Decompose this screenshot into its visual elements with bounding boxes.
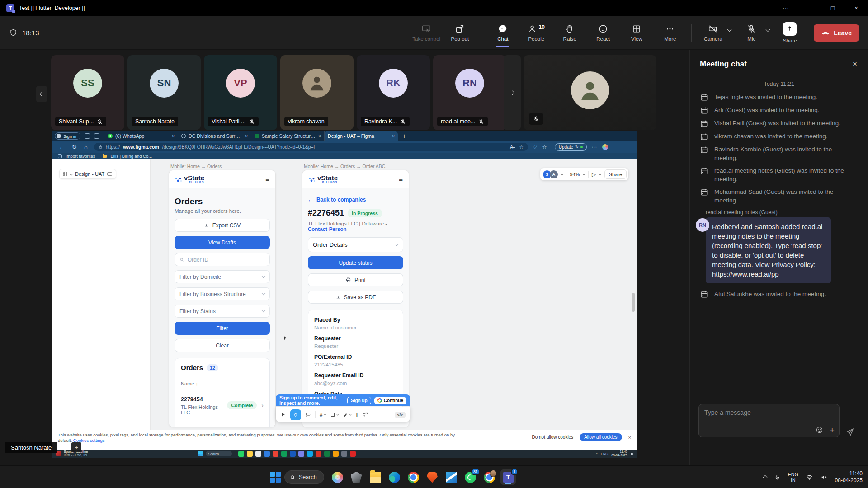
hamburger-menu-icon[interactable]: ≡ [265,175,269,183]
app-icon[interactable] [247,451,253,457]
notification-icon[interactable] [631,453,633,455]
tab-close-icon[interactable]: × [245,134,248,139]
tray-mic-icon[interactable] [774,474,781,481]
browser-tab[interactable]: Design - UAT – Figma × [325,131,398,141]
app-icon[interactable] [238,451,244,457]
order-details-dropdown[interactable]: Order Details [308,237,403,252]
deny-cookies-button[interactable]: Do not allow cookies [532,435,573,440]
participant-tile[interactable]: VP Vishal Patil ... [204,55,277,130]
new-tab-button[interactable]: + [402,132,406,140]
collaborators-chevron-icon[interactable] [561,172,563,175]
resources-tool-icon[interactable] [363,412,368,418]
cookie-close-icon[interactable]: × [628,435,631,440]
speaker-icon[interactable] [821,474,828,481]
app-icon[interactable] [281,451,287,457]
attach-plus-icon[interactable]: + [830,427,835,433]
clear-button[interactable]: Clear [175,339,270,352]
taskbar-clock[interactable]: 11:4008-04-2025 [611,450,627,457]
filmstrip-next-button[interactable] [504,55,521,130]
shape-tool-icon[interactable] [330,412,339,418]
zoom-level[interactable]: 94% [570,172,580,177]
url-field[interactable]: https://www.figma.com/design/9BKQ0FOHRWa… [94,143,528,151]
order-row[interactable]: 2279451TL Flex Holdings LLC Complete › [175,420,269,427]
canvas-scrollbar[interactable] [632,293,635,312]
close-button[interactable]: × [844,0,868,16]
present-play-icon[interactable]: ▷ [592,171,596,178]
message-input[interactable] [704,409,834,416]
chat-message-bubble[interactable]: Redberyl and Santosh added read.ai meeti… [706,217,831,283]
language-indicator[interactable]: ENGIN [788,472,798,483]
hand-tool-icon[interactable] [290,409,301,420]
frame-label[interactable]: Mobile: Home → Orders [170,164,222,169]
taskbar-app-icon[interactable] [425,469,440,485]
mic-button[interactable]: Mic [736,18,767,48]
camera-button[interactable]: Camera [697,18,729,48]
zoom-chevron-icon[interactable] [582,172,585,175]
browser-essentials-icon[interactable]: ♡ [533,144,538,150]
text-tool-icon[interactable]: T [355,412,359,418]
app-icon[interactable] [307,451,313,457]
message-composer[interactable]: + [698,404,840,437]
taskbar-search[interactable]: Search [284,470,324,484]
print-button[interactable]: Print [308,273,403,286]
chat-message-list[interactable]: Today 11:21 Tejas Ingle was invited to t… [690,75,868,299]
participant-tile[interactable]: vikram chavan [280,55,354,130]
taskbar-app-icon[interactable] [387,469,402,485]
move-tool-icon[interactable] [280,412,286,418]
figma-frame-orders[interactable]: vStateFILINGS ≡ Orders Manage all your o… [169,170,276,427]
app-icon[interactable] [273,451,278,457]
vertical-tabs-icon[interactable] [94,133,99,139]
maximize-button[interactable]: □ [821,0,844,16]
more-button[interactable]: More [654,18,686,48]
order-id-input[interactable] [188,257,265,263]
tray-chevron-icon[interactable] [763,475,767,479]
filter-dropdown[interactable]: Filter by Domicile [175,270,270,283]
taskbar-search[interactable]: Search [206,451,232,456]
read-aloud-icon[interactable]: A [510,145,515,150]
leave-button[interactable]: Leave [814,24,859,42]
add-overlay-button[interactable]: + [71,442,81,452]
minimize-button[interactable]: – [797,0,821,16]
continue-with-google-button[interactable]: Continue [374,397,406,404]
present-chevron-icon[interactable] [599,172,601,175]
browser-signin-button[interactable]: Sign in [55,132,80,140]
filter-dropdown[interactable]: Filter by Business Structure [175,287,270,300]
taskbar-app-icon[interactable] [330,469,345,485]
dev-mode-toggle[interactable]: </> [395,412,406,418]
start-button-icon[interactable] [198,451,203,456]
share-button[interactable]: Share [774,18,806,48]
home-icon[interactable]: ⌂ [84,144,88,150]
back-to-companies-link[interactable]: ←Back to companies [308,197,403,203]
order-id-search[interactable] [175,253,270,266]
participant-tile[interactable]: SN Santosh Narate [127,55,201,130]
tab-close-icon[interactable]: × [172,134,175,139]
app-icon[interactable] [333,451,339,457]
app-icon[interactable] [255,451,261,457]
window-more-icon[interactable]: ··· [774,0,797,16]
taskbar-app-icon[interactable] [349,469,364,485]
app-icon[interactable] [290,451,296,457]
participant-tile[interactable]: SS Shivani Sup... [51,55,124,130]
emoji-icon[interactable] [816,426,823,434]
raise-hand-button[interactable]: Raise [554,18,585,48]
favorite-star-icon[interactable]: ☆ [519,145,524,150]
tab-close-icon[interactable]: × [318,134,321,139]
wifi-icon[interactable] [806,474,813,481]
browser-update-button[interactable]: Update↻ [555,143,587,151]
bookmark-bills[interactable]: Bills | Billing and Co... [110,154,152,159]
taskbar-app-icon[interactable] [443,469,459,485]
taskbar-app-icon[interactable]: T 1 [500,469,516,485]
app-icon[interactable] [298,451,304,457]
figma-share-button[interactable]: Share [604,169,627,179]
save-as-pdf-button[interactable]: Save as PDF [308,291,403,304]
column-header-name[interactable]: Name ↓ [175,377,269,390]
figma-file-chip[interactable]: Design - UAT [59,169,116,179]
hamburger-menu-icon[interactable]: ≡ [399,175,403,183]
react-button[interactable]: React [587,18,619,48]
taskbar-clock[interactable]: 11:4008-04-2025 [835,470,863,484]
copilot-icon[interactable] [602,144,608,150]
app-icon[interactable] [316,451,321,457]
people-button[interactable]: 10 People [520,18,552,48]
browser-menu-icon[interactable]: ··· [592,144,597,150]
spotlight-participant-tile[interactable] [524,55,656,130]
